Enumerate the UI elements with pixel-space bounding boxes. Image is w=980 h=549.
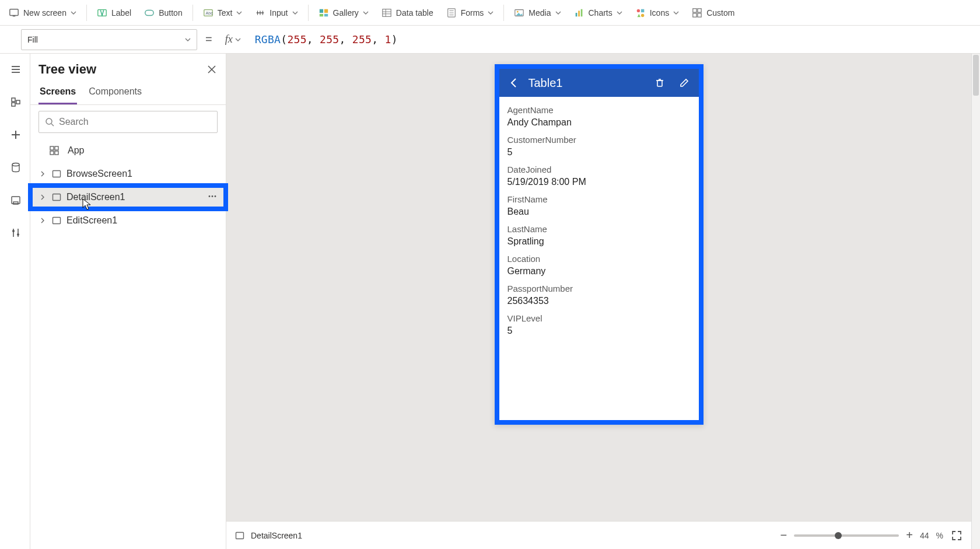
chevron-down-icon bbox=[488, 10, 494, 16]
svg-rect-10 bbox=[319, 9, 323, 12]
forms-button[interactable]: Forms bbox=[441, 5, 499, 20]
data-table-icon bbox=[382, 8, 392, 18]
scrollbar[interactable] bbox=[971, 54, 980, 549]
fx-button[interactable]: fx bbox=[220, 33, 246, 46]
field-label: LastName bbox=[508, 224, 691, 234]
charts-button[interactable]: Charts bbox=[569, 5, 628, 20]
icons-button[interactable]: Icons bbox=[630, 5, 684, 20]
gallery-label: Gallery bbox=[333, 8, 359, 18]
svg-point-61 bbox=[212, 195, 214, 197]
field-value: 5/19/2019 8:00 PM bbox=[508, 177, 691, 187]
zoom-out-button[interactable]: − bbox=[780, 529, 788, 542]
svg-rect-26 bbox=[580, 9, 582, 16]
tree-tabs: Screens Components bbox=[30, 81, 226, 105]
svg-rect-28 bbox=[641, 9, 644, 12]
formula-input[interactable]: RGBA(255, 255, 255, 1) bbox=[251, 33, 974, 46]
search-input-wrapper[interactable] bbox=[38, 111, 218, 133]
scrollbar-thumb[interactable] bbox=[973, 55, 979, 96]
svg-rect-31 bbox=[693, 8, 696, 12]
back-button[interactable] bbox=[504, 73, 524, 93]
svg-rect-39 bbox=[16, 100, 20, 104]
charts-icon bbox=[574, 8, 584, 18]
delete-button[interactable] bbox=[650, 73, 670, 93]
svg-point-30 bbox=[641, 13, 644, 16]
divider bbox=[192, 5, 193, 21]
insert-button[interactable] bbox=[4, 125, 27, 145]
formula-bar: Fill = fx RGBA(255, 255, 255, 1) bbox=[0, 26, 980, 54]
media-rail-button[interactable] bbox=[4, 190, 27, 210]
gallery-button[interactable]: Gallery bbox=[313, 5, 374, 20]
svg-marker-29 bbox=[637, 13, 640, 16]
new-screen-button[interactable]: New screen bbox=[4, 5, 82, 20]
tree-app-row[interactable]: App bbox=[30, 139, 226, 162]
label-button[interactable]: Label bbox=[92, 5, 136, 20]
svg-rect-32 bbox=[698, 8, 701, 12]
tree-title: Tree view bbox=[38, 62, 96, 77]
search-icon bbox=[45, 117, 54, 127]
detail-body: AgentName Andy Champan CustomerNumber 5 … bbox=[499, 97, 699, 342]
edit-button[interactable] bbox=[674, 73, 694, 93]
canvas: Table1 AgentName Andy Champan CustomerNu… bbox=[226, 54, 980, 549]
field-value: 25634353 bbox=[508, 296, 691, 306]
field-value: 5 bbox=[508, 147, 691, 158]
tab-screens[interactable]: Screens bbox=[38, 83, 77, 104]
field-label: Location bbox=[508, 254, 691, 264]
tree-item-detailscreen[interactable]: DetailScreen1 bbox=[30, 186, 226, 209]
data-button[interactable] bbox=[4, 158, 27, 177]
phone-preview[interactable]: Table1 AgentName Andy Champan CustomerNu… bbox=[495, 64, 704, 425]
formula-fn: RGBA bbox=[255, 33, 281, 46]
custom-button[interactable]: Custom bbox=[687, 5, 740, 20]
canvas-inner[interactable]: Table1 AgentName Andy Champan CustomerNu… bbox=[226, 54, 971, 521]
property-name: Fill bbox=[27, 35, 38, 44]
button-button[interactable]: Button bbox=[139, 5, 187, 20]
icons-icon bbox=[635, 8, 646, 18]
svg-point-43 bbox=[12, 163, 19, 166]
tools-button[interactable] bbox=[4, 223, 27, 243]
insert-toolbar: New screen Label Button Abc Text Input bbox=[0, 0, 980, 26]
svg-point-60 bbox=[209, 195, 211, 197]
svg-rect-25 bbox=[578, 11, 580, 16]
data-table-label: Data table bbox=[396, 8, 433, 18]
field-label: VIPLevel bbox=[508, 313, 691, 323]
svg-rect-54 bbox=[50, 146, 54, 150]
property-selector[interactable]: Fill bbox=[21, 29, 197, 50]
media-icon bbox=[514, 8, 524, 18]
tab-components[interactable]: Components bbox=[88, 83, 143, 104]
chevron-down-icon bbox=[292, 10, 298, 16]
new-screen-label: New screen bbox=[23, 8, 66, 18]
text-button[interactable]: Abc Text bbox=[198, 5, 248, 20]
svg-point-27 bbox=[636, 9, 639, 12]
label-icon bbox=[97, 8, 107, 18]
hamburger-button[interactable] bbox=[4, 60, 27, 79]
search-input[interactable] bbox=[59, 117, 211, 127]
button-icon bbox=[144, 8, 155, 18]
field-value: Beau bbox=[508, 207, 691, 217]
zoom-slider[interactable] bbox=[794, 534, 899, 537]
close-tree-button[interactable] bbox=[206, 64, 218, 75]
fx-label: fx bbox=[225, 33, 233, 46]
more-icon[interactable] bbox=[207, 191, 218, 204]
svg-rect-67 bbox=[236, 532, 244, 538]
media-button[interactable]: Media bbox=[509, 5, 566, 20]
fit-to-window-button[interactable] bbox=[950, 529, 963, 542]
chevron-down-icon bbox=[235, 37, 241, 43]
screen-icon bbox=[9, 8, 19, 18]
chevron-right-icon bbox=[38, 194, 47, 200]
input-button[interactable]: Input bbox=[250, 5, 303, 20]
tree-view-pane: Tree view Screens Components App bbox=[30, 54, 226, 549]
tree-item-browsescreen[interactable]: BrowseScreen1 bbox=[30, 162, 226, 186]
equals-sign: = bbox=[203, 33, 215, 46]
tree-item-editscreen[interactable]: EditScreen1 bbox=[30, 209, 226, 232]
zoom-in-button[interactable]: + bbox=[906, 529, 913, 542]
data-table-button[interactable]: Data table bbox=[376, 5, 439, 20]
chevron-right-icon bbox=[38, 218, 47, 223]
tree-item-label: DetailScreen1 bbox=[66, 192, 125, 202]
svg-rect-55 bbox=[55, 146, 58, 150]
text-label: Text bbox=[218, 8, 233, 18]
tree-view-button[interactable] bbox=[4, 92, 27, 112]
field-value: Spratling bbox=[508, 236, 691, 247]
phone-title: Table1 bbox=[528, 76, 645, 90]
tree-app-label: App bbox=[68, 145, 84, 156]
svg-rect-40 bbox=[12, 103, 15, 106]
svg-point-48 bbox=[12, 230, 15, 232]
